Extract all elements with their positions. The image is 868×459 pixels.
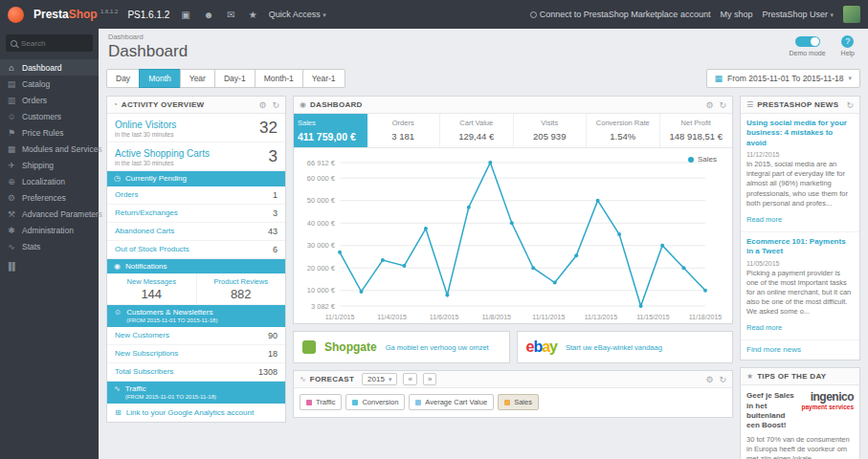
range-day-1-button[interactable]: Day-1 (214, 69, 256, 88)
svg-text:40 000 €: 40 000 € (307, 219, 336, 228)
news-headline-link[interactable]: Ecommerce 101: Payments in a Tweet (746, 237, 854, 257)
user-menu[interactable]: PrestaShop User ▾ (762, 10, 834, 19)
sales-line-chart: 66 912 €60 000 €50 000 €40 000 €30 000 €… (296, 151, 730, 323)
product-reviews-stat[interactable]: Product Reviews882 (196, 273, 286, 304)
gear-icon[interactable]: ⚙ (258, 100, 266, 110)
kpi-net-profit[interactable]: Net Profit148 918,51 € (660, 114, 733, 147)
quick-access-menu[interactable]: Quick Access ▾ (269, 10, 326, 19)
prestashop-news-panel: ☰ PRESTASHOP NEWS ↻ Using social media f… (740, 96, 860, 361)
mail-icon[interactable]: ✉ (225, 10, 236, 20)
refresh-icon[interactable]: ↻ (846, 100, 854, 110)
refresh-icon[interactable]: ↻ (719, 375, 726, 384)
kpi-orders[interactable]: Orders3 181 (367, 114, 441, 147)
sidebar-item-modules[interactable]: ▦Modules and Services (0, 141, 99, 157)
ingenico-logo: ingenico payment services (801, 391, 854, 431)
analytics-icon: ⊞ (115, 408, 122, 417)
search-icon (11, 40, 17, 47)
range-month-1-button[interactable]: Month-1 (255, 69, 303, 88)
kpi-row: Sales411 759,00 € Orders3 181 Cart Value… (294, 114, 732, 148)
svg-text:50 000 €: 50 000 € (307, 196, 336, 205)
refresh-icon[interactable]: ↻ (719, 100, 726, 110)
kpi-conversion-rate[interactable]: Conversion Rate1.54% (587, 114, 660, 147)
svg-text:11/4/2015: 11/4/2015 (377, 314, 407, 320)
gear-icon[interactable]: ⚙ (705, 100, 713, 110)
forecast-prev-button[interactable]: « (403, 373, 416, 385)
sidebar-item-administration[interactable]: ✱Administration (0, 222, 99, 238)
online-visitors-link[interactable]: Online Visitors (115, 120, 176, 130)
my-shop-link[interactable]: My shop (720, 10, 752, 19)
read-more-link[interactable]: Read more (746, 323, 782, 332)
svg-text:10 000 €: 10 000 € (307, 286, 336, 295)
shopgate-module-card: Shopgate Ga mobiel en verhoog uw omzet (293, 331, 510, 363)
new-messages-stat[interactable]: New Messages144 (107, 273, 196, 304)
svg-text:11/6/2015: 11/6/2015 (430, 314, 459, 320)
range-day-button[interactable]: Day (106, 69, 140, 88)
range-year-1-button[interactable]: Year-1 (302, 69, 345, 88)
google-analytics-link[interactable]: Link to your Google Analytics account (126, 408, 254, 417)
range-month-button[interactable]: Month (139, 69, 181, 88)
read-more-link[interactable]: Read more (746, 215, 782, 224)
sidebar-item-catalog[interactable]: ▤Catalog (0, 76, 99, 92)
marketplace-link[interactable]: Connect to PrestaShop Marketplace accoun… (530, 10, 711, 19)
range-year-button[interactable]: Year (180, 69, 215, 88)
active-carts-row: Active Shopping Cartsin the last 30 minu… (107, 142, 285, 171)
find-more-news-link[interactable]: Find more news (741, 340, 859, 360)
refresh-icon[interactable]: ↻ (272, 100, 279, 110)
news-headline-link[interactable]: Using social media for your business: 4 … (746, 119, 854, 148)
cart-icon[interactable]: ▣ (179, 10, 191, 20)
forecast-year-select[interactable]: 2015▾ (362, 373, 397, 385)
online-visitors-row: Online Visitorsin the last 30 minutes 32 (107, 114, 285, 142)
customers-icon: ☺ (114, 308, 122, 317)
demo-mode-toggle[interactable]: Demo mode (789, 34, 825, 56)
prestashop-admin: PrestaShop 1.6.1.2 PS1.6.1.2 ▣ ☻ ✉ ★ Qui… (0, 0, 868, 459)
employees-icon[interactable]: ☻ (202, 10, 216, 20)
prestashop-logo[interactable] (8, 7, 24, 23)
ebay-module-card: ebay Start uw eBay-winkel vandaag (517, 331, 734, 363)
sidebar-item-dashboard[interactable]: ⌂Dashboard (0, 59, 99, 76)
modules-icon: ▦ (7, 144, 16, 154)
kpi-sales[interactable]: Sales411 759,00 € (294, 114, 367, 147)
breadcrumb[interactable]: Dashboard (108, 33, 858, 41)
chart-legend: Sales (688, 155, 717, 164)
kpi-cart-value[interactable]: Cart Value129,44 € (440, 114, 514, 147)
sidebar-item-localization[interactable]: ⊕Localization (0, 173, 99, 189)
tips-of-the-day-panel: ★ TIPS OF THE DAY Geef je Sales in het b… (740, 367, 860, 459)
forecast-traffic-toggle[interactable]: Traffic (300, 394, 342, 410)
date-range-picker[interactable]: ▦ From 2015-11-01 To 2015-11-18 ▾ (706, 69, 860, 88)
sidebar-item-orders[interactable]: ▥Orders (0, 92, 99, 108)
main-content: Dashboard Dashboard Demo mode ? Help Day (99, 29, 868, 459)
tools-icon: ⚒ (7, 209, 16, 219)
shopgate-link[interactable]: Ga mobiel en verhoog uw omzet (386, 343, 489, 352)
forecast-avg-cart-toggle[interactable]: Average Cart Value (409, 394, 494, 410)
svg-text:66 912 €: 66 912 € (307, 159, 336, 167)
gear-icon[interactable]: ⚙ (705, 375, 713, 384)
user-avatar[interactable] (843, 6, 860, 23)
kpi-visits[interactable]: Visits205 939 (514, 114, 588, 147)
shop-name: PS1.6.1.2 (127, 10, 169, 20)
help-button[interactable]: ? Help (841, 34, 855, 56)
svg-text:11/18/2015: 11/18/2015 (689, 314, 723, 320)
gear-icon: ⚙ (7, 193, 16, 203)
active-carts-link[interactable]: Active Shopping Carts (115, 148, 210, 159)
forecast-sales-toggle[interactable]: Sales (498, 394, 539, 410)
sidebar-item-advanced-parameters[interactable]: ⚒Advanced Parameters (0, 206, 99, 222)
currently-pending-header: ◷ Currently Pending (107, 171, 285, 186)
ebay-link[interactable]: Start uw eBay-winkel vandaag (566, 343, 662, 352)
sidebar-item-shipping[interactable]: ✈Shipping (0, 157, 99, 173)
search-input[interactable] (21, 39, 88, 48)
forecast-conversion-toggle[interactable]: Conversion (345, 394, 405, 410)
legend-dot-icon (306, 400, 312, 405)
sidebar-collapse-icon[interactable]: ▌▌ (9, 262, 90, 271)
sidebar-item-stats[interactable]: ∿Stats (0, 238, 99, 254)
updates-icon[interactable]: ★ (247, 10, 259, 20)
forecast-next-button[interactable]: » (423, 373, 436, 385)
forecast-panel: ∿ FORECAST 2015▾ « » ⚙↻ Traffic Conversi… (293, 370, 733, 418)
sidebar-search (6, 34, 93, 52)
sidebar-item-preferences[interactable]: ⚙Preferences (0, 189, 99, 206)
sidebar-item-price-rules[interactable]: ⚑Price Rules (0, 124, 99, 141)
sidebar-item-customers[interactable]: ☺Customers (0, 108, 99, 124)
date-range-toolbar: Day Month Year Day-1 Month-1 Year-1 ▦ Fr… (99, 63, 868, 96)
pending-orders-row: Orders1 (107, 186, 285, 205)
help-icon: ? (841, 35, 854, 48)
topbar: PrestaShop 1.6.1.2 PS1.6.1.2 ▣ ☻ ✉ ★ Qui… (0, 0, 868, 29)
